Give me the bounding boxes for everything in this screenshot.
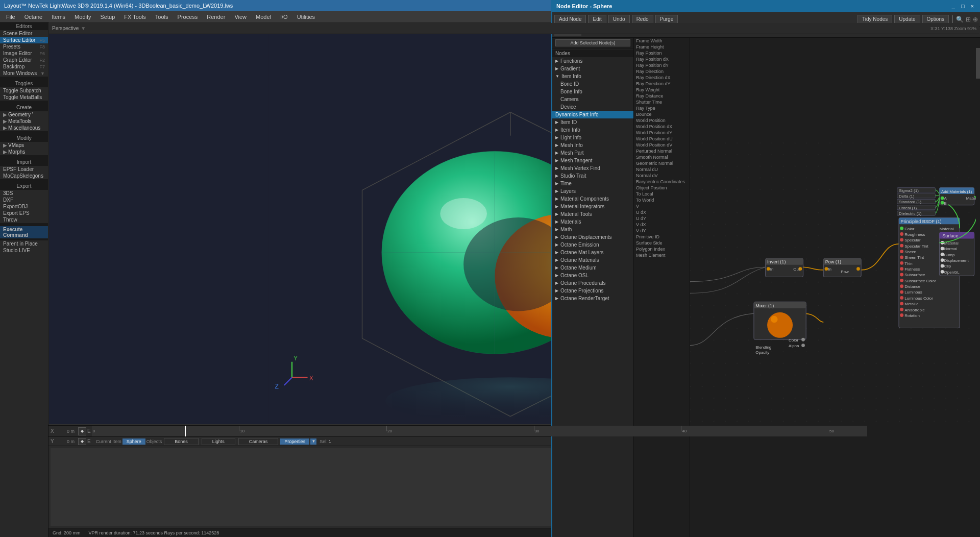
svg-text:Sigma2 (1): Sigma2 (1) bbox=[899, 188, 919, 193]
node-canvas[interactable]: Invert (1) In Out Pow (1) In bbox=[690, 38, 980, 425]
x-value: 0 m bbox=[67, 429, 77, 434]
mesh-part-group[interactable]: ▶Mesh Part bbox=[552, 149, 633, 157]
vmaps-btn[interactable]: ▶VMaps bbox=[0, 142, 48, 149]
y-key-btn[interactable]: ◆ bbox=[78, 438, 86, 445]
svg-text:Alpha: Alpha bbox=[789, 344, 799, 348]
toggle-subpatch-btn[interactable]: Toggle Subpatch bbox=[0, 87, 48, 94]
octane-materials-group[interactable]: ▶Octane Materials bbox=[552, 256, 633, 264]
lights-btn[interactable]: Lights bbox=[202, 438, 235, 445]
gradient-group[interactable]: ▶Gradient bbox=[552, 65, 633, 72]
menu-model[interactable]: Model bbox=[252, 13, 275, 21]
menu-io[interactable]: I/O bbox=[276, 13, 292, 21]
import-section: Import bbox=[0, 158, 48, 166]
device-item[interactable]: Device bbox=[552, 103, 633, 111]
3ds-btn[interactable]: 3DS bbox=[0, 190, 48, 197]
canvas-scrollbar-thumb[interactable] bbox=[976, 48, 980, 79]
menu-setup[interactable]: Setup bbox=[96, 13, 119, 21]
material-components-group[interactable]: ▶Material Components bbox=[552, 195, 633, 203]
menu-utilities[interactable]: Utilities bbox=[293, 13, 319, 21]
port-u-dy: U dY bbox=[634, 215, 690, 222]
functions-group[interactable]: ▶Functions bbox=[552, 57, 633, 65]
dxf-btn[interactable]: DXF bbox=[0, 197, 48, 203]
morphs-btn[interactable]: ▶Morphs bbox=[0, 149, 48, 155]
cameras-btn[interactable]: Cameras bbox=[238, 438, 279, 445]
toggle-metaballs-btn[interactable]: Toggle MetaBalls bbox=[0, 94, 48, 101]
canvas-scrollbar[interactable] bbox=[976, 38, 980, 425]
execute-command-btn[interactable]: Execute Command bbox=[0, 226, 48, 238]
svg-point-117 bbox=[941, 270, 944, 274]
add-selected-nodes-btn[interactable]: Add Selected Node(s) bbox=[555, 39, 630, 46]
geometry-btn[interactable]: ▶Geometry ' bbox=[0, 111, 48, 118]
current-item-value[interactable]: Sphere bbox=[122, 438, 145, 445]
tick-line-30 bbox=[534, 426, 534, 431]
graph-editor-btn[interactable]: Graph Editor F2 bbox=[0, 57, 48, 63]
item-info2-group[interactable]: ▶Item Info bbox=[552, 126, 633, 134]
material-integrators-group[interactable]: ▶Material Integrators bbox=[552, 203, 633, 210]
camera-item[interactable]: Camera bbox=[552, 95, 633, 103]
e-label-y: E bbox=[87, 438, 91, 444]
layers-group[interactable]: ▶Layers bbox=[552, 187, 633, 195]
light-info-group[interactable]: ▶Light Info bbox=[552, 134, 633, 141]
throw-btn[interactable]: Throw bbox=[0, 216, 48, 223]
exportobj-btn[interactable]: ExportOBJ bbox=[0, 203, 48, 210]
item-id-group[interactable]: ▶Item ID bbox=[552, 118, 633, 126]
dynamics-part-info-item[interactable]: Dynamics Part Info bbox=[552, 111, 633, 118]
mesh-info-group[interactable]: ▶Mesh Info bbox=[552, 141, 633, 149]
export-eps-btn[interactable]: Export EPS bbox=[0, 210, 48, 216]
menu-render[interactable]: Render bbox=[203, 13, 229, 21]
menu-items[interactable]: Items bbox=[47, 13, 69, 21]
tick-line-20 bbox=[386, 426, 387, 431]
x-key-btn[interactable]: ◆ bbox=[78, 427, 86, 435]
menu-file[interactable]: File bbox=[2, 13, 19, 21]
image-editor-btn[interactable]: Image Editor F6 bbox=[0, 50, 48, 57]
octane-procedurals-group[interactable]: ▶Octane Procedurals bbox=[552, 279, 633, 287]
time-group[interactable]: ▶Time bbox=[552, 180, 633, 187]
port-primitive-id: Primitive ID bbox=[634, 234, 690, 240]
octane-projections-group[interactable]: ▶Octane Projections bbox=[552, 287, 633, 295]
menu-octane[interactable]: Octane bbox=[20, 13, 46, 21]
metatools-btn[interactable]: ▶MetaTools bbox=[0, 118, 48, 125]
studio-trait-group[interactable]: ▶Studio Trait bbox=[552, 172, 633, 180]
bones-btn[interactable]: Bones bbox=[164, 438, 199, 445]
port-u-dx: U dX bbox=[634, 209, 690, 215]
backdrop-btn[interactable]: Backdrop F7 bbox=[0, 63, 48, 70]
parent-in-place-btn[interactable]: Parent in Place bbox=[0, 240, 48, 247]
item-info-group[interactable]: ▼Item Info bbox=[552, 72, 633, 80]
math-group[interactable]: ▶Math bbox=[552, 226, 633, 233]
menu-view[interactable]: View bbox=[230, 13, 251, 21]
menu-tools[interactable]: Tools bbox=[151, 13, 173, 21]
octane-mat-layers-group[interactable]: ▶Octane Mat Layers bbox=[552, 249, 633, 256]
epsf-loader-btn[interactable]: EPSF Loader bbox=[0, 166, 48, 173]
mesh-vertex-find-group[interactable]: ▶Mesh Vertex Find bbox=[552, 164, 633, 172]
studio-live-btn[interactable]: Studio LIVE bbox=[0, 247, 48, 254]
timeline-ruler[interactable]: 0 10 20 30 40 50 bbox=[92, 426, 867, 436]
mesh-tangent-group[interactable]: ▶Mesh Tangent bbox=[552, 157, 633, 164]
svg-point-92 bbox=[941, 201, 944, 205]
misc-btn[interactable]: ▶Miscellaneous bbox=[0, 125, 48, 131]
scene-editor-btn[interactable]: Scene Editor bbox=[0, 30, 48, 37]
surface-editor-btn[interactable]: Surface Editor F5 bbox=[0, 37, 48, 43]
octane-emission-group[interactable]: ▶Octane Emission bbox=[552, 241, 633, 249]
properties-tab[interactable]: Properties bbox=[280, 438, 309, 445]
bone-info-item[interactable]: Bone Info bbox=[552, 88, 633, 95]
properties-dropdown[interactable]: ▼ bbox=[310, 438, 316, 445]
port-polygon-index: Polygon Index bbox=[634, 246, 690, 252]
svg-point-111 bbox=[941, 253, 944, 256]
mocap-btn[interactable]: MoCapSkelegons bbox=[0, 173, 48, 179]
port-smooth-normal: Smooth Normal bbox=[634, 154, 690, 160]
svg-point-53 bbox=[900, 227, 903, 230]
octane-rendertarget-group[interactable]: ▶Octane RenderTarget bbox=[552, 295, 633, 302]
menu-process[interactable]: Process bbox=[174, 13, 202, 21]
bone-id-item[interactable]: Bone ID bbox=[552, 80, 633, 88]
octane-medium-group[interactable]: ▶Octane Medium bbox=[552, 264, 633, 272]
svg-text:Sheen Tint: Sheen Tint bbox=[904, 255, 924, 260]
material-tools-group[interactable]: ▶Material Tools bbox=[552, 210, 633, 218]
more-windows-btn[interactable]: More Windows ▼ bbox=[0, 70, 48, 77]
menu-modify[interactable]: Modify bbox=[70, 13, 95, 21]
octane-displacements-group[interactable]: ▶Octane Displacements bbox=[552, 233, 633, 241]
port-ray-distance: Ray Distance bbox=[634, 93, 690, 99]
materials-group[interactable]: ▶Materials bbox=[552, 218, 633, 226]
octane-osl-group[interactable]: ▶Octane OSL bbox=[552, 272, 633, 279]
menu-fxtools[interactable]: FX Tools bbox=[120, 13, 150, 21]
presets-btn[interactable]: Presets F8 bbox=[0, 43, 48, 50]
